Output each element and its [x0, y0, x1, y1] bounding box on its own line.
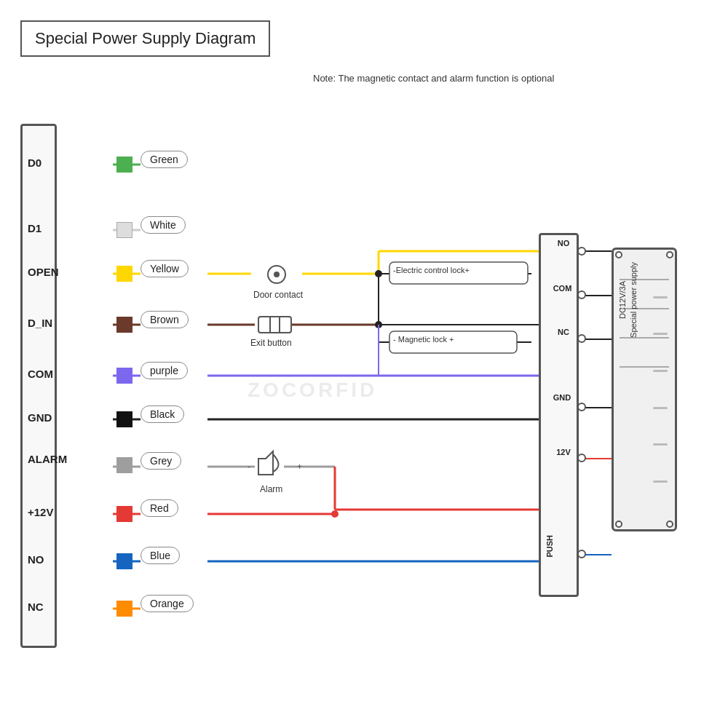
wire-label-yellow: Yellow [141, 260, 189, 277]
svg-point-42 [274, 272, 280, 277]
dot-gnd [577, 403, 586, 411]
controller-box [20, 124, 57, 648]
wire-label-brown: Brown [141, 311, 189, 328]
dot-nc [577, 334, 586, 343]
terminal-12v: +12V [28, 506, 53, 518]
svg-point-14 [375, 270, 382, 277]
terminal-gnd: GND [28, 411, 52, 424]
magnetic-lock-label: - Magnetic lock + [393, 335, 454, 344]
dot-no [577, 247, 586, 256]
color-black [116, 411, 132, 427]
color-yellow [116, 266, 132, 282]
rterminal-nc: NC [549, 328, 578, 336]
ps-dot-bl [615, 521, 622, 528]
color-purple [116, 368, 132, 384]
wire-label-blue: Blue [141, 547, 180, 564]
rterminal-gnd: GND [547, 393, 577, 402]
terminal-din: D_IN [28, 317, 52, 329]
terminal-nc: NC [28, 601, 44, 613]
color-white [116, 222, 132, 238]
svg-rect-43 [258, 317, 291, 333]
wire-label-orange: Orange [141, 595, 194, 612]
title-box: Special Power Supply Diagram [20, 20, 270, 57]
rterminal-12v: 12V [549, 448, 578, 456]
terminal-d0: D0 [28, 157, 41, 169]
terminal-d1: D1 [28, 222, 41, 234]
terminal-alarm: ALARM [28, 453, 67, 465]
power-supply-label: DC12V/3ASpecial power supply [617, 262, 640, 338]
svg-text:-: - [248, 462, 250, 472]
terminal-open: OPEN [28, 266, 59, 278]
wire-label-grey: Grey [141, 452, 181, 470]
color-grey [116, 457, 132, 473]
dot-push [577, 550, 586, 558]
svg-point-41 [268, 266, 285, 283]
svg-text:+: + [297, 462, 302, 472]
color-orange [116, 601, 132, 617]
alarm-label: Alarm [260, 484, 282, 494]
terminal-no: NO [28, 553, 44, 566]
color-blue [116, 553, 132, 569]
color-brown [116, 317, 132, 333]
note-text: Note: The magnetic contact and alarm fun… [313, 73, 554, 84]
wire-label-black: Black [141, 405, 184, 423]
door-contact-label: Door contact [253, 290, 303, 300]
svg-point-13 [375, 321, 382, 328]
exit-button-label: Exit button [250, 338, 292, 348]
rterminal-com: COM [546, 284, 579, 293]
rterminal-no: NO [549, 239, 578, 248]
dot-com [577, 290, 586, 299]
svg-marker-46 [258, 451, 273, 475]
dot-12v [577, 454, 586, 462]
rterminal-push: PUSH [545, 535, 554, 558]
electric-lock-label: -Electric control lock+ [393, 266, 470, 274]
svg-point-29 [331, 510, 339, 518]
wire-label-green: Green [141, 151, 188, 168]
color-green [116, 157, 132, 173]
ps-dot-tr [666, 251, 673, 258]
ps-dot-br [666, 521, 673, 528]
terminal-com: COM [28, 368, 53, 380]
title-text: Special Power Supply Diagram [35, 29, 256, 47]
watermark: ZOCORFID [248, 379, 377, 402]
wire-label-red: Red [141, 499, 178, 517]
color-red [116, 506, 132, 522]
wire-label-white: White [141, 216, 186, 234]
ps-dot-tl [615, 251, 622, 258]
wire-label-purple: purple [141, 362, 188, 379]
